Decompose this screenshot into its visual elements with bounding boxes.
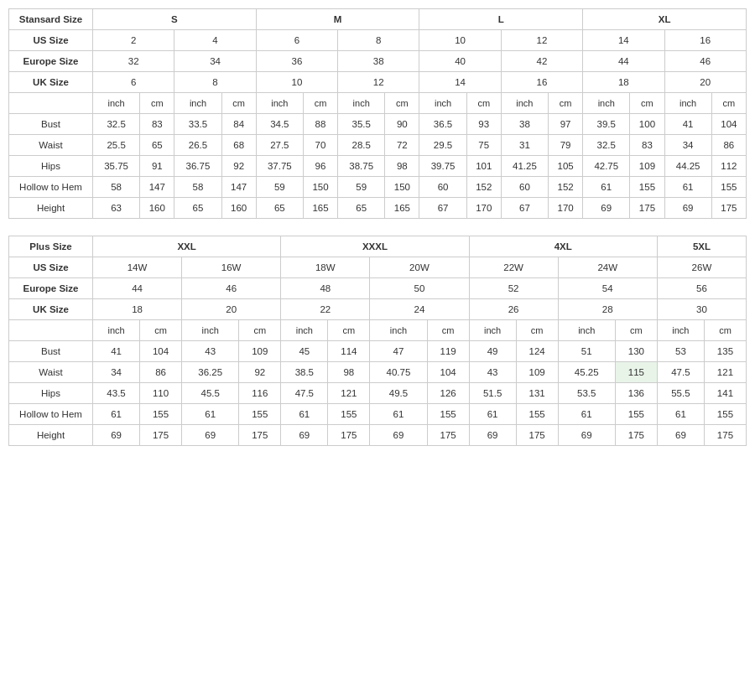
plus-us-14w: 14W [93,257,182,278]
europe-size-34: 34 [174,51,256,72]
uk-size-18: 18 [583,72,664,93]
plus-unit-inch-2: inch [182,320,239,341]
plus-uk-20: 20 [182,299,281,320]
plus-us-26w: 26W [657,257,746,278]
us-size-2: 2 [93,30,174,51]
unit-cm-6: cm [549,93,583,114]
uk-size-16: 16 [501,72,582,93]
us-size-4: 4 [174,30,256,51]
standard-size-table: Stansard Size S M L XL US Size 2 4 6 8 1… [8,8,747,219]
unit-cm-2: cm [221,93,256,114]
plus-unit-cm-4: cm [427,320,469,341]
standard-uk-size-label: UK Size [9,72,93,93]
plus-unit-inch-1: inch [93,320,140,341]
plus-europe-54: 54 [558,278,657,299]
plus-us-20w: 20W [370,257,469,278]
plus-us-24w: 24W [558,257,657,278]
plus-waist-row: Waist 3486 36.2592 38.598 40.75104 43109… [9,362,747,383]
plus-europe-48: 48 [281,278,370,299]
us-size-10: 10 [419,30,501,51]
unit-cm-8: cm [711,93,746,114]
plus-hollow-label: Hollow to Hem [9,404,93,425]
europe-size-32: 32 [93,51,174,72]
plus-height-row: Height 69175 69175 69175 69175 69175 691… [9,425,747,446]
waist-label: Waist [9,135,93,156]
plus-europe-52: 52 [469,278,558,299]
plus-hollow-row: Hollow to Hem 61155 61155 61155 61155 61… [9,404,747,425]
plus-europe-56: 56 [657,278,746,299]
standard-size-s: S [93,9,257,30]
unit-inch-1: inch [93,93,140,114]
standard-waist-row: Waist 25.565 26.568 27.570 28.572 29.575… [9,135,747,156]
plus-unit-cm-6: cm [615,320,657,341]
unit-inch-2: inch [174,93,221,114]
plus-unit-inch-4: inch [370,320,427,341]
unit-cm-5: cm [466,93,501,114]
plus-size-xxxl: XXXL [281,236,469,257]
plus-bust-label: Bust [9,341,93,362]
plus-unit-inch-7: inch [657,320,704,341]
europe-size-36: 36 [256,51,337,72]
plus-unit-cm-3: cm [328,320,370,341]
standard-size-xl: XL [583,9,747,30]
standard-hips-row: Hips 35.7591 36.7592 37.7596 38.7598 39.… [9,156,747,177]
us-size-8: 8 [338,30,419,51]
unit-inch-8: inch [664,93,711,114]
plus-us-18w: 18W [281,257,370,278]
plus-europe-50: 50 [370,278,469,299]
plus-uk-30: 30 [657,299,746,320]
unit-cm-4: cm [385,93,419,114]
plus-size-5xl: 5XL [657,236,746,257]
plus-unit-cm-1: cm [140,320,182,341]
unit-inch-3: inch [256,93,303,114]
plus-uk-24: 24 [370,299,469,320]
standard-hollow-row: Hollow to Hem 58147 58147 59150 59150 60… [9,177,747,198]
uk-size-8: 8 [174,72,256,93]
plus-bust-row: Bust 41104 43109 45114 47119 49124 51130… [9,341,747,362]
plus-us-22w: 22W [469,257,558,278]
us-size-6: 6 [256,30,337,51]
hollow-label: Hollow to Hem [9,177,93,198]
us-size-12: 12 [501,30,582,51]
unit-inch-6: inch [501,93,548,114]
uk-size-10: 10 [256,72,337,93]
europe-size-42: 42 [501,51,582,72]
hips-label: Hips [9,156,93,177]
europe-size-40: 40 [419,51,501,72]
standard-size-m: M [256,9,419,30]
plus-table-title: Plus Size [9,236,93,257]
bust-label: Bust [9,114,93,135]
standard-table-title: Stansard Size [9,9,93,30]
height-label: Height [9,198,93,219]
plus-unit-cm-7: cm [704,320,746,341]
plus-uk-26: 26 [469,299,558,320]
plus-europe-46: 46 [182,278,281,299]
standard-bust-row: Bust 32.583 33.584 34.588 35.590 36.593 … [9,114,747,135]
plus-unit-inch-3: inch [281,320,328,341]
plus-unit-label-empty [9,320,93,341]
uk-size-20: 20 [664,72,746,93]
standard-size-l: L [419,9,583,30]
standard-unit-label-empty [9,93,93,114]
plus-uk-size-label: UK Size [9,299,93,320]
unit-cm-7: cm [630,93,664,114]
plus-hips-row: Hips 43.5110 45.5116 47.5121 49.5126 51.… [9,383,747,404]
plus-us-16w: 16W [182,257,281,278]
plus-uk-22: 22 [281,299,370,320]
plus-hips-label: Hips [9,383,93,404]
europe-size-46: 46 [664,51,746,72]
unit-inch-7: inch [583,93,630,114]
plus-waist-label: Waist [9,362,93,383]
plus-uk-28: 28 [558,299,657,320]
unit-inch-4: inch [338,93,385,114]
plus-europe-44: 44 [93,278,182,299]
europe-size-38: 38 [338,51,419,72]
uk-size-12: 12 [338,72,419,93]
unit-inch-5: inch [419,93,466,114]
plus-unit-cm-5: cm [516,320,558,341]
plus-unit-cm-2: cm [239,320,281,341]
plus-us-size-label: US Size [9,257,93,278]
plus-size-xxl: XXL [93,236,281,257]
plus-size-4xl: 4XL [469,236,657,257]
plus-unit-inch-5: inch [469,320,516,341]
